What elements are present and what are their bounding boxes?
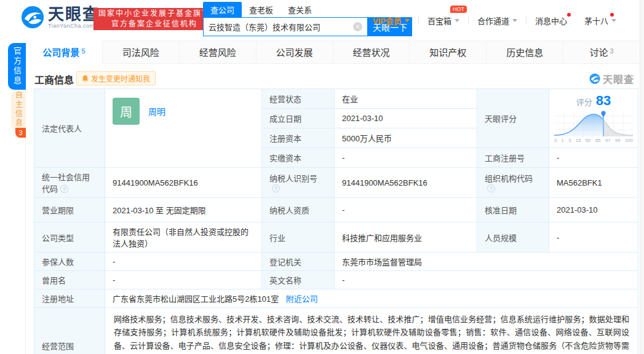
field-label: 核准日期 [477,198,549,222]
field-value: 2021-03-10 至 无固定期限 [105,198,262,222]
business-scope-value: 网络技术服务；信息技术服务、技术开发、技术咨询、技术交流、技术转让、技术推广；增… [105,308,638,354]
logo-domain: TianYanCha.com [48,23,100,29]
top-nav: VIP会员 HOT 百宝箱 合作通道 消息中心 茅十八 [364,15,625,26]
nav-vip[interactable]: VIP会员 [364,15,418,26]
nav-toolbox[interactable]: HOT 百宝箱 [419,15,468,26]
field-value: - [549,148,638,168]
field-value: 2021-03-10 [549,198,638,222]
tab-history-info[interactable]: 历史信息 [486,41,563,63]
field-value: - [105,271,262,289]
tianyan-score-widget: 评分83 [549,89,638,148]
field-value: 2021-03-10 [335,109,477,128]
chevron-down-icon [611,19,616,22]
field-label: 统一社会信用代码? [34,168,105,198]
table-row: 参保人数 - 登记机关 东莞市市场监督管理局 [34,253,638,271]
tab-discussion[interactable]: 讨论3 [563,41,640,63]
field-value: 广东省东莞市松山湖园区工业北路5号2栋101室 附近公司 [105,289,638,308]
legal-rep-label: 法定代表人 [34,89,105,168]
table-row: 营业期限 2021-03-10 至 无固定期限 纳税人资质 - 核准日期 202… [34,198,638,222]
field-label: 实缴资本 [262,148,335,168]
tianyancha-logo-icon [21,6,44,29]
search-input[interactable] [209,22,353,31]
help-icon[interactable]: ? [272,184,280,192]
field-label: 纳税人识别号? [262,168,335,198]
table-row: 曾用名 - 英文名称 - [34,271,638,289]
score-axis-labels: 0131550859799100 [554,138,633,143]
field-label: 天眼评分 [477,89,549,148]
tab-operating-status[interactable]: 经营状况 [333,41,410,63]
notify-on-change-button[interactable]: 发生变更时通知我 [76,71,156,85]
field-label: 经营范围 [34,308,105,354]
table-row: 经营范围 网络技术服务；信息技术服务、技术开发、技术咨询、技术交流、技术转让、技… [34,308,638,354]
page-scrollbar[interactable] [640,0,644,354]
side-tab-count-badge: 3 [15,128,26,138]
nav-messages[interactable]: 消息中心 [527,15,576,26]
chevron-down-icon [455,19,459,22]
field-label: 公司类型 [34,222,105,253]
field-value: 91441900MA562BFK16 [105,168,262,198]
top-header: 天眼查 TianYanCha.com 国家中小企业发展子基金旗下 官方备案企业征… [0,0,640,38]
search-tab-relation[interactable]: 查关系 [280,2,319,17]
tab-count: 3 [610,47,614,55]
tab-judicial-risk[interactable]: 司法风险 [102,41,179,63]
help-icon[interactable]: ? [60,185,68,193]
notification-dot [567,13,571,17]
field-label: 英文名称 [262,271,335,289]
field-value: - [335,148,477,168]
side-tab-self-reported-info[interactable]: 自主信息 [11,91,26,128]
field-label: 注册资本 [262,128,335,148]
score-word: 评分 [576,98,592,107]
score-value: 83 [596,93,611,108]
field-label: 注册地址 [34,289,105,308]
tab-company-background[interactable]: 公司背景5 [26,41,102,64]
field-label: 工商注册号 [477,148,549,168]
field-label: 组织机构代码? [477,168,549,198]
field-value: 有限责任公司（非自然人投资或控股的法人独资） [105,222,262,253]
business-info-table: 法定代表人 周 周明 经营状态 在业 天眼评分 评分83 [34,88,638,354]
tab-intellectual-property[interactable]: 知识产权 [409,41,486,63]
tab-company-development[interactable]: 公司发展 [256,41,333,63]
nav-user[interactable]: 茅十八 [576,15,625,26]
section-title: 工商信息 [34,72,74,87]
side-tab-official-info[interactable]: 官方信息 [8,43,26,90]
nearby-companies-link[interactable]: 附近公司 [286,294,318,304]
field-value: 5000万人民币 [335,128,477,148]
field-value: - [335,271,638,289]
table-row: 统一社会信用代码? 91441900MA562BFK16 纳税人识别号? 914… [34,168,638,198]
search-tab-company[interactable]: 查公司 [203,2,242,17]
logo-text: 天眼查 [48,6,100,22]
certification-badge: 国家中小企业发展子基金旗下 官方备案企业征信机构 [93,8,215,30]
field-value: 东莞市市场监督管理局 [335,253,638,271]
field-value: - [335,198,477,222]
chevron-down-icon [405,19,410,22]
field-value: 科技推广和应用服务业 [335,222,477,253]
tab-count: 5 [81,47,85,55]
field-label: 人员规模 [477,222,549,253]
field-label: 曾用名 [34,271,105,289]
chevron-down-icon [512,19,517,22]
clear-icon[interactable]: × [353,22,362,31]
field-label: 成立日期 [262,109,335,128]
tianyancha-logo[interactable]: 天眼查 TianYanCha.com [21,6,100,29]
certification-line2: 官方备案企业征信机构 [98,19,210,30]
notification-dot [610,13,614,17]
field-value: - [105,253,262,271]
help-icon[interactable]: ? [487,184,495,192]
field-label: 经营状态 [262,89,335,109]
table-row: 法定代表人 周 周明 经营状态 在业 天眼评分 评分83 [34,89,638,109]
bell-icon [82,75,89,82]
search-tab-boss[interactable]: 查老板 [242,2,280,17]
field-value: - [549,222,638,253]
tianyancha-logo-icon [589,73,600,84]
legal-rep-cell: 周 周明 [105,89,262,168]
nav-cooperation[interactable]: 合作通道 [469,15,526,26]
field-value: 在业 [335,89,477,109]
avatar[interactable]: 周 [113,98,140,125]
certification-line1: 国家中小企业发展子基金旗下 [98,9,210,19]
field-label: 参保人数 [34,253,105,271]
tianyancha-watermark: 天眼查 [589,71,634,86]
field-value: MA562BFK1 [549,168,638,198]
legal-rep-link[interactable]: 周明 [148,105,165,117]
tab-operating-risk[interactable]: 经营风险 [179,41,256,63]
score-distribution-chart [554,109,633,138]
